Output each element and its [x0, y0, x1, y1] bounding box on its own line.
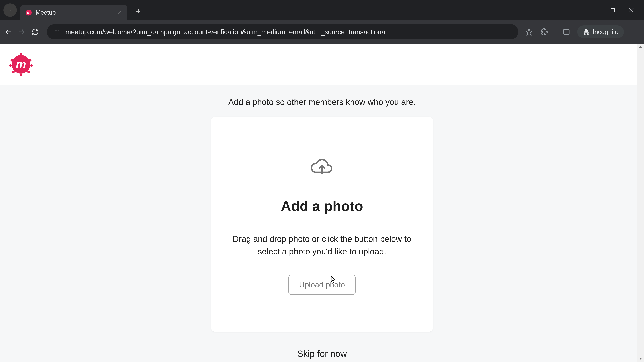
forward-button[interactable] — [17, 27, 27, 37]
upload-photo-button[interactable]: Upload photo — [288, 275, 356, 295]
new-tab-button[interactable] — [132, 5, 144, 17]
window-controls — [590, 6, 636, 14]
address-bar-row: meetup.com/welcome/?utm_campaign=account… — [0, 20, 644, 43]
minimize-button[interactable] — [590, 6, 599, 14]
svg-rect-12 — [54, 30, 57, 31]
reload-button[interactable] — [30, 27, 40, 37]
svg-rect-15 — [57, 33, 60, 33]
browser-tab[interactable]: m Meetup — [20, 5, 128, 20]
main-area: Add a photo so other members know who yo… — [0, 85, 644, 362]
svg-point-24 — [29, 59, 32, 61]
svg-point-23 — [10, 59, 13, 61]
extensions-icon[interactable] — [540, 28, 548, 36]
svg-point-30 — [30, 64, 33, 67]
svg-point-20 — [635, 32, 636, 32]
tab-bar: m Meetup — [0, 0, 644, 20]
maximize-button[interactable] — [609, 6, 617, 14]
page-content: m Add a photo so other members know who … — [0, 43, 644, 362]
toolbar-icons: Incognito — [525, 25, 641, 38]
tab-title: Meetup — [36, 9, 116, 16]
svg-point-27 — [20, 53, 22, 55]
svg-rect-17 — [564, 29, 569, 34]
svg-point-28 — [20, 73, 22, 76]
site-header: m — [0, 43, 644, 85]
svg-marker-16 — [526, 29, 532, 35]
site-info-icon[interactable] — [54, 28, 60, 35]
svg-point-26 — [27, 71, 30, 73]
close-window-button[interactable] — [627, 6, 636, 14]
svg-point-21 — [635, 32, 636, 33]
svg-point-29 — [9, 64, 12, 67]
svg-marker-34 — [639, 358, 642, 360]
scrollbar[interactable] — [637, 43, 644, 362]
svg-rect-7 — [611, 8, 615, 12]
meetup-favicon-icon: m — [25, 9, 32, 16]
svg-marker-33 — [639, 46, 642, 48]
incognito-badge[interactable]: Incognito — [577, 25, 624, 38]
upload-card[interactable]: Add a photo Drag and drop photo or click… — [211, 117, 433, 332]
svg-text:m: m — [16, 58, 26, 71]
scroll-down-icon[interactable] — [637, 355, 644, 362]
cloud-upload-icon — [310, 156, 334, 178]
svg-point-25 — [12, 71, 15, 73]
incognito-label: Incognito — [593, 28, 618, 35]
card-description: Drag and drop photo or click the button … — [226, 233, 418, 258]
address-bar[interactable]: meetup.com/welcome/?utm_campaign=account… — [47, 24, 518, 39]
menu-button[interactable] — [630, 27, 641, 37]
toolbar-divider — [555, 27, 556, 37]
svg-text:m: m — [27, 10, 30, 15]
svg-point-19 — [635, 31, 636, 31]
browser-chrome: m Meetup — [0, 0, 644, 43]
intro-text: Add a photo so other members know who yo… — [228, 97, 416, 107]
side-panel-icon[interactable] — [562, 28, 570, 36]
card-heading: Add a photo — [281, 198, 363, 214]
tab-search-button[interactable] — [3, 3, 17, 17]
meetup-logo-icon[interactable]: m — [8, 53, 34, 76]
skip-link[interactable]: Skip for now — [297, 349, 347, 359]
tab-close-button[interactable] — [116, 9, 122, 16]
svg-rect-13 — [57, 30, 60, 31]
back-button[interactable] — [3, 27, 14, 37]
url-text: meetup.com/welcome/?utm_campaign=account… — [66, 28, 512, 36]
bookmark-icon[interactable] — [525, 28, 533, 36]
scroll-up-icon[interactable] — [637, 43, 644, 50]
svg-rect-14 — [54, 33, 57, 33]
